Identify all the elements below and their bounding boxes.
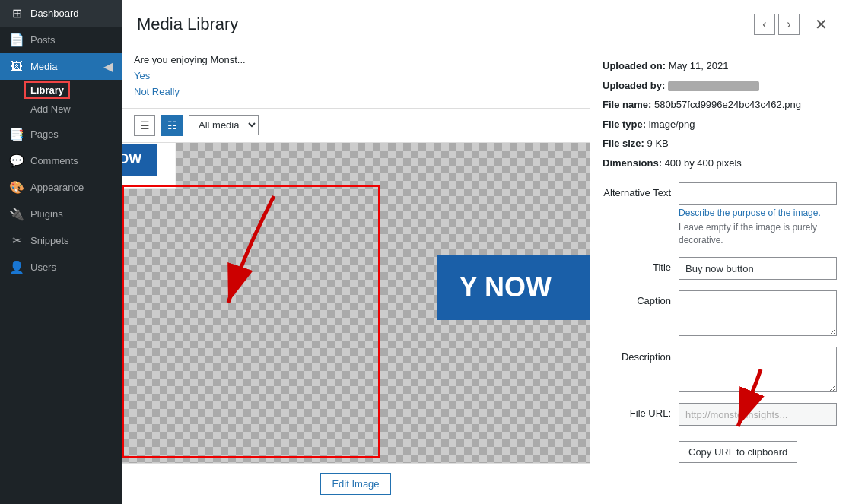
plugins-icon: 🔌 <box>9 207 24 221</box>
modal-body: Are you enjoying Monst... Yes Not Really… <box>122 46 849 504</box>
buy-now-button-preview: 🛒 BUY NOW <box>122 144 157 176</box>
notification-yes[interactable]: Yes <box>134 68 577 84</box>
alt-text-label: Alternative Text <box>603 182 671 198</box>
sidebar-item-dashboard[interactable]: ⊞ Dashboard <box>0 0 122 27</box>
pages-icon: 📑 <box>9 127 24 141</box>
sidebar: ⊞ Dashboard 📄 Posts 🖼 Media ◀ Library Ad… <box>0 0 122 504</box>
modal-title: Media Library <box>137 14 754 34</box>
uploaded-on-row: Uploaded on: May 11, 2021 <box>603 59 837 74</box>
file-name-row: File name: 580b57fcd9996e24bc43c462.png <box>603 97 837 113</box>
uploaded-by-row: Uploaded by: <box>603 78 837 94</box>
comments-icon: 💬 <box>9 154 24 168</box>
description-label: Description <box>603 347 671 363</box>
notification-question: Are you enjoying Monst... <box>134 54 577 65</box>
dimensions-row: Dimensions: 400 by 400 pixels <box>603 156 837 171</box>
sidebar-item-users[interactable]: 👤 Users <box>0 254 122 281</box>
file-size-row: File size: 9 KB <box>603 136 837 151</box>
next-button[interactable]: › <box>778 14 800 35</box>
copy-url-container: Copy URL to clipboard <box>603 436 837 463</box>
list-view-button[interactable]: ☰ <box>134 115 155 136</box>
media-filter-select[interactable]: All media <box>189 115 259 135</box>
alt-text-link[interactable]: Describe the purpose of the image. <box>679 207 837 220</box>
alt-text-hint: Leave empty if the image is purely decor… <box>679 221 837 247</box>
sidebar-item-comments[interactable]: 💬 Comments <box>0 147 122 174</box>
media-library-modal: Media Library ‹ › ✕ Are you enjoying Mon… <box>122 0 849 504</box>
main-content: Media Library ‹ › ✕ Are you enjoying Mon… <box>122 0 849 504</box>
buy-now-large-text: Y NOW <box>437 255 590 320</box>
chevron-left-icon: ◀ <box>103 59 113 74</box>
modal-header: Media Library ‹ › ✕ <box>122 0 849 46</box>
edit-image-button[interactable]: Edit Image <box>320 473 390 495</box>
notification-no[interactable]: Not Really <box>134 84 577 100</box>
alt-text-container: Describe the purpose of the image. Leave… <box>679 182 837 246</box>
title-label: Title <box>603 257 671 273</box>
appearance-icon: 🎨 <box>9 180 24 195</box>
title-input[interactable] <box>679 257 837 280</box>
modal-right-panel: Uploaded on: May 11, 2021 Uploaded by: F… <box>590 46 849 504</box>
description-field-row: Description <box>603 347 837 392</box>
file-metadata: Uploaded on: May 11, 2021 Uploaded by: F… <box>603 59 837 170</box>
grid-view-button[interactable]: ☷ <box>161 115 183 136</box>
title-field-row: Title <box>603 257 837 280</box>
alt-text-input[interactable] <box>679 182 837 205</box>
file-type-row: File type: image/png <box>603 117 837 132</box>
dashboard-icon: ⊞ <box>9 6 24 21</box>
file-url-label: File URL: <box>603 403 671 419</box>
modal-navigation: ‹ › ✕ <box>754 12 834 36</box>
media-submenu: Library Add New <box>0 80 122 121</box>
file-url-field-row: File URL: <box>603 403 837 426</box>
sidebar-item-media[interactable]: 🖼 Media ◀ <box>0 53 122 80</box>
alt-text-field-row: Alternative Text Describe the purpose of… <box>603 182 837 246</box>
file-url-input[interactable] <box>679 403 837 426</box>
posts-icon: 📄 <box>9 33 24 47</box>
notification-banner: Are you enjoying Monst... Yes Not Really <box>122 46 590 109</box>
snippets-icon: ✂ <box>9 233 24 248</box>
sidebar-item-add-new[interactable]: Add New <box>24 100 122 118</box>
image-preview-area: 🛒 BUY NOW Y NOW <box>122 143 590 463</box>
sidebar-item-pages[interactable]: 📑 Pages <box>0 121 122 147</box>
sidebar-item-plugins[interactable]: 🔌 Plugins <box>0 201 122 227</box>
modal-overlay: Media Library ‹ › ✕ Are you enjoying Mon… <box>122 0 849 504</box>
caption-textarea[interactable] <box>679 290 837 336</box>
sidebar-item-posts[interactable]: 📄 Posts <box>0 27 122 53</box>
edit-image-bar: Edit Image <box>122 463 590 504</box>
sidebar-item-appearance[interactable]: 🎨 Appearance <box>0 174 122 201</box>
description-textarea[interactable] <box>679 347 837 392</box>
checkerboard-bg: 🛒 BUY NOW Y NOW <box>122 143 590 463</box>
sidebar-item-library[interactable]: Library <box>24 81 70 99</box>
users-icon: 👤 <box>9 260 24 274</box>
sidebar-item-snippets[interactable]: ✂ Snippets <box>0 227 122 254</box>
media-icon: 🖼 <box>9 60 24 74</box>
copy-url-button[interactable]: Copy URL to clipboard <box>679 441 797 463</box>
media-toolbar: ☰ ☷ All media <box>122 109 590 143</box>
image-preview-box: 🛒 BUY NOW <box>122 143 176 189</box>
prev-button[interactable]: ‹ <box>754 14 775 35</box>
close-button[interactable]: ✕ <box>809 12 834 36</box>
modal-left-panel: Are you enjoying Monst... Yes Not Really… <box>122 46 590 504</box>
caption-field-row: Caption <box>603 290 837 336</box>
caption-label: Caption <box>603 290 671 306</box>
uploaded-by-blurred <box>668 81 759 91</box>
